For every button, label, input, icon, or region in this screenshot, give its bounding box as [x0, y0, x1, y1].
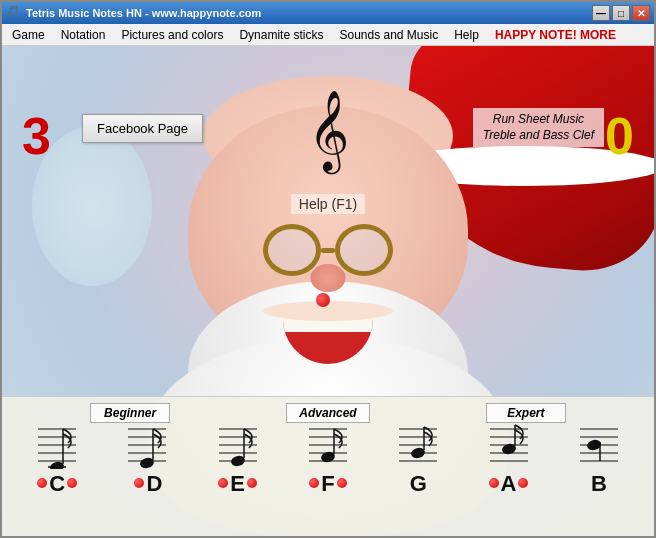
staff-f [309, 419, 347, 469]
menu-help[interactable]: Help [446, 26, 487, 44]
note-a: A [474, 419, 544, 497]
note-d-label: D [146, 471, 162, 497]
minimize-button[interactable]: — [592, 5, 610, 21]
note-f-label: F [321, 471, 334, 497]
sheet-music-button[interactable]: Run Sheet Music Treble and Bass Clef [473, 108, 604, 147]
treble-clef: 𝄞 [308, 91, 349, 172]
note-f: F [293, 419, 363, 497]
notes-row: C [2, 427, 654, 497]
note-e: E [203, 419, 273, 497]
menu-game[interactable]: Game [4, 26, 53, 44]
staff-c [38, 419, 76, 469]
close-button[interactable]: ✕ [632, 5, 650, 21]
main-window: 🎵 Tetris Music Notes HN - www.happynote.… [0, 0, 656, 538]
menu-bar: Game Notation Pictures and colors Dynami… [2, 24, 654, 46]
ornament-1 [316, 293, 330, 307]
staff-e [219, 419, 257, 469]
ornament-f [309, 478, 319, 488]
title-bar: 🎵 Tetris Music Notes HN - www.happynote.… [2, 2, 654, 24]
menu-pictures[interactable]: Pictures and colors [113, 26, 231, 44]
bottom-panel: Beginner Advanced Expert [2, 396, 654, 536]
note-g: G [383, 419, 453, 497]
note-b-label: B [591, 471, 607, 497]
note-e-label: E [230, 471, 245, 497]
ornament-a [489, 478, 499, 488]
ornament-e [218, 478, 228, 488]
note-b: B [564, 419, 634, 497]
ornament-a2 [518, 478, 528, 488]
menu-more[interactable]: HAPPY NOTE! MORE [487, 26, 624, 44]
ornament-c [37, 478, 47, 488]
ornament-e2 [247, 478, 257, 488]
sheet-music-line2: Treble and Bass Clef [483, 128, 594, 144]
staff-g [399, 419, 437, 469]
note-a-label: A [501, 471, 517, 497]
menu-notation[interactable]: Notation [53, 26, 114, 44]
score-left: 3 [22, 106, 51, 166]
staff-b [580, 419, 618, 469]
score-right: 0 [605, 106, 634, 166]
ornament-f2 [337, 478, 347, 488]
facebook-button[interactable]: Facebook Page [82, 114, 203, 143]
note-d: D [112, 419, 182, 497]
help-label: Help (F1) [291, 194, 365, 214]
menu-dynamite[interactable]: Dynamite sticks [231, 26, 331, 44]
staff-d [128, 419, 166, 469]
sheet-music-line1: Run Sheet Music [483, 112, 594, 128]
game-area: 3 0 Facebook Page 𝄞 Help (F1) Run Sheet … [2, 46, 654, 536]
note-g-label: G [410, 471, 427, 497]
menu-sounds[interactable]: Sounds and Music [331, 26, 446, 44]
staff-a [490, 419, 528, 469]
maximize-button[interactable]: □ [612, 5, 630, 21]
ornament-c2 [67, 478, 77, 488]
app-icon: 🎵 [6, 5, 22, 21]
window-title: Tetris Music Notes HN - www.happynote.co… [26, 7, 592, 19]
window-controls: — □ ✕ [592, 5, 650, 21]
note-c: C [22, 419, 92, 497]
note-c-label: C [49, 471, 65, 497]
ornament-d [134, 478, 144, 488]
